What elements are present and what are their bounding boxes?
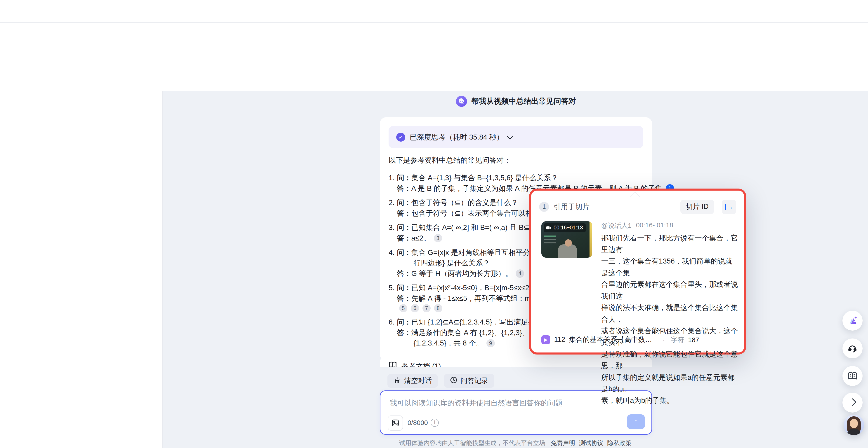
customer-support-button[interactable] — [842, 339, 862, 358]
clear-chat-button[interactable]: 清空对话 — [388, 374, 438, 388]
image-upload-button[interactable] — [388, 415, 403, 431]
chunk-text: 那我们先看一下，那比方说有一个集合，它里边有 一三，这个集合有1356，我们简单… — [601, 232, 739, 407]
source-video-name[interactable]: 112_集合的基本关系【高中数学】... — [554, 335, 656, 344]
citation-badge[interactable]: 5 — [399, 304, 408, 312]
char-count-label: 字符 — [671, 335, 684, 344]
citation-badge[interactable]: 6 — [411, 304, 419, 312]
char-counter: 0/8000 — [408, 419, 439, 427]
citation-badge[interactable]: 7 — [423, 304, 431, 312]
send-button[interactable]: ↑ — [627, 414, 645, 429]
video-thumbnail[interactable]: 00:16~01:18 — [541, 221, 592, 258]
info-icon[interactable] — [431, 419, 439, 427]
policy-link[interactable]: 隐私政策 — [607, 440, 631, 446]
video-play-icon: ▶ — [541, 335, 550, 344]
citation-badge[interactable]: 8 — [434, 304, 442, 312]
collapse-panel-button[interactable] — [842, 393, 862, 413]
qa-settings-sidebar — [0, 91, 163, 448]
docs-button[interactable] — [842, 366, 862, 386]
bar-arrow-icon: → — [725, 203, 733, 211]
citation-number-badge: 1 — [539, 202, 549, 212]
citation-badge[interactable]: 9 — [487, 339, 495, 347]
popup-title: 引用于切片 — [554, 202, 676, 212]
jump-to-chunk-button[interactable]: → — [722, 200, 736, 214]
check-circle-icon: ✓ — [396, 133, 405, 142]
chat-input[interactable] — [389, 398, 634, 408]
chalkboard-text — [544, 236, 556, 237]
char-count-value: 187 — [688, 336, 699, 344]
disclaimer: 试用体验内容均由人工智能模型生成，不代表平台立场 免责声明测试协议隐私政策 — [163, 439, 868, 447]
chevron-right-icon — [849, 398, 856, 406]
teacher-head — [565, 239, 572, 247]
tab-bar — [0, 72, 868, 91]
popup-footer: ▶ 112_集合的基本关系【高中数学】... · 字符 187 — [541, 335, 739, 344]
citation-badge[interactable]: 4 — [516, 269, 524, 278]
deep-think-banner[interactable]: ✓ 已深度思考（耗时 35.84 秒） — [389, 126, 643, 148]
qa-row: 1.问：集合 A={1,3} 与集合 B={1,3,5,6} 是什么关系？ — [389, 173, 644, 183]
kb-header — [0, 22, 868, 72]
top-navbar — [0, 0, 868, 23]
policy-link[interactable]: 测试协议 — [579, 440, 603, 446]
time-range: 00:16- 01:18 — [636, 221, 673, 230]
chunk-id-button[interactable]: 切片 ID — [680, 200, 714, 214]
user-query-text: 帮我从视频中总结出常见问答对 — [471, 96, 576, 106]
chevron-down-icon — [507, 134, 513, 139]
qa-history-button[interactable]: 问答记录 — [444, 374, 494, 388]
chat-bubble-icon — [456, 96, 467, 107]
popup-header: 1 引用于切片 切片 ID → — [539, 200, 736, 214]
thumbnail-edge — [590, 221, 592, 258]
avatar-face — [850, 419, 858, 428]
video-time-chip: 00:16~01:18 — [544, 223, 586, 232]
broom-icon — [394, 376, 401, 385]
dot-separator: · — [662, 336, 665, 344]
ai-assistant-button[interactable] — [842, 311, 862, 331]
citation-badge[interactable]: 3 — [434, 234, 442, 242]
answer-intro: 以下是参考资料中总结的常见问答对： — [389, 156, 511, 165]
chunk-speaker-row: @说话人1 00:16- 01:18 — [601, 221, 673, 230]
user-message: 帮我从视频中总结出常见问答对 — [380, 95, 652, 107]
deep-think-text: 已深度思考（耗时 35.84 秒） — [410, 132, 504, 142]
assistant-avatar[interactable] — [844, 415, 864, 435]
composer-zone: 清空对话 问答记录 0/8000 ↑ 试用体验内容均由人工智能模型生成，不代表平… — [163, 367, 868, 448]
speaker-tag: @说话人1 — [601, 221, 631, 230]
clock-icon — [450, 376, 457, 385]
policy-link[interactable]: 免责声明 — [551, 440, 575, 446]
